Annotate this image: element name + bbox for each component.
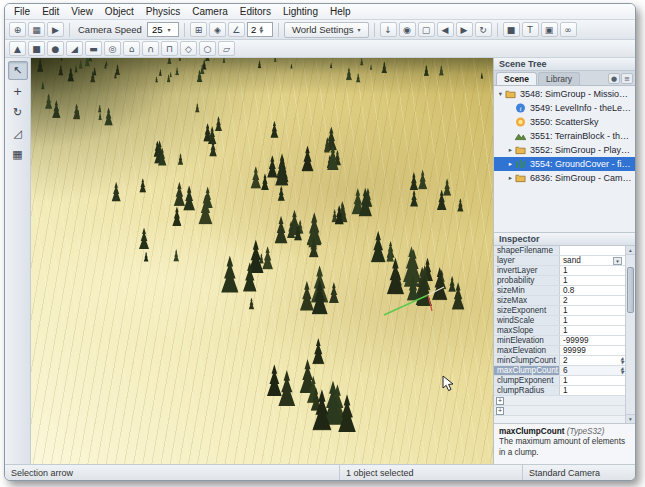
- inspector-row[interactable]: clumpExponent1: [494, 376, 625, 386]
- tree-item[interactable]: 3550: ScatterSky: [494, 115, 635, 129]
- inspector-row[interactable]: sizeExponent1: [494, 306, 625, 316]
- grid-snap-icon[interactable]: ⊞: [190, 22, 207, 37]
- property-value[interactable]: 99999: [560, 346, 625, 355]
- sphere-icon[interactable]: ●: [47, 41, 64, 56]
- scroll-up-icon[interactable]: ▴: [626, 246, 635, 255]
- tab-library[interactable]: Library: [538, 72, 580, 85]
- terrain-tool[interactable]: ▦: [8, 145, 28, 164]
- inspector-row[interactable]: maxElevation99999: [494, 346, 625, 356]
- tab-scene[interactable]: Scene: [496, 72, 537, 85]
- object-snap-icon[interactable]: ◈: [209, 22, 226, 37]
- scroll-track[interactable]: [626, 255, 635, 414]
- world-settings-button[interactable]: World Settings ▾: [284, 22, 369, 38]
- scene-tree-header[interactable]: Scene Tree: [494, 58, 635, 71]
- twisty-icon[interactable]: ▸: [506, 160, 515, 168]
- inspector-group-row[interactable]: +: [494, 396, 625, 406]
- inspector-row[interactable]: clumpRadius1: [494, 386, 625, 396]
- scale-tool[interactable]: ◿: [8, 124, 28, 143]
- prev-icon[interactable]: ◀: [437, 22, 454, 37]
- inspector-row[interactable]: minElevation-99999: [494, 336, 625, 346]
- cube-icon[interactable]: ■: [503, 22, 520, 37]
- inspector-row[interactable]: layersand▾: [494, 256, 625, 266]
- property-value[interactable]: 1: [560, 386, 625, 395]
- property-value[interactable]: -99999: [560, 336, 625, 345]
- menu-help[interactable]: Help: [324, 5, 357, 18]
- menu-object[interactable]: Object: [99, 5, 140, 18]
- tree-item[interactable]: ▸6836: SimGroup - CameraBook...: [494, 171, 635, 185]
- frame-selection-icon[interactable]: ▢: [418, 22, 435, 37]
- expand-icon[interactable]: +: [496, 407, 504, 415]
- world-editor-icon[interactable]: ⊕: [9, 22, 26, 37]
- twisty-icon[interactable]: ▾: [496, 90, 505, 98]
- text-tool-icon[interactable]: T: [522, 22, 539, 37]
- property-value[interactable]: 1: [560, 276, 625, 285]
- translate-gizmo[interactable]: [382, 285, 446, 321]
- inspector-header[interactable]: Inspector: [494, 233, 635, 246]
- property-value[interactable]: 1: [560, 376, 625, 385]
- plane-icon[interactable]: ▬: [85, 41, 102, 56]
- inspector-row[interactable]: shapeFilename: [494, 246, 625, 256]
- next-icon[interactable]: ▶: [456, 22, 473, 37]
- inspector-scrollbar[interactable]: ▴ ▾: [625, 246, 635, 423]
- layer-picker-button[interactable]: ▾: [613, 257, 622, 265]
- menu-file[interactable]: File: [8, 5, 36, 18]
- drop-location-icon[interactable]: ↓: [380, 22, 397, 37]
- refresh-icon[interactable]: ↻: [475, 22, 492, 37]
- property-value[interactable]: 1: [560, 316, 625, 325]
- menu-camera[interactable]: Camera: [186, 5, 234, 18]
- scroll-thumb[interactable]: [627, 267, 634, 313]
- link-icon[interactable]: ∞: [560, 22, 577, 37]
- twisty-icon[interactable]: ▸: [506, 146, 515, 154]
- menu-edit[interactable]: Edit: [36, 5, 65, 18]
- property-value[interactable]: 1: [560, 266, 625, 275]
- inspector-row[interactable]: sizeMax2: [494, 296, 625, 306]
- box-icon[interactable]: ■: [28, 41, 45, 56]
- inspector-row[interactable]: windScale1: [494, 316, 625, 326]
- wedge-icon[interactable]: ◢: [66, 41, 83, 56]
- expand-icon[interactable]: +: [496, 397, 504, 405]
- camera-icon[interactable]: ◉: [399, 22, 416, 37]
- tree-item[interactable]: ▸3554: GroundCover - field: [494, 157, 635, 171]
- diamond-icon[interactable]: ◇: [180, 41, 197, 56]
- inspector-row[interactable]: maxSlope1: [494, 326, 625, 336]
- property-value[interactable]: 1: [560, 326, 625, 335]
- inspector-row[interactable]: sizeMin0.8: [494, 286, 625, 296]
- tree-item[interactable]: i3549: LevelInfo - theLevelInfo: [494, 101, 635, 115]
- play-icon[interactable]: ▶: [47, 22, 64, 37]
- options-icon[interactable]: ≡: [621, 73, 633, 84]
- inspector-group-row[interactable]: +: [494, 406, 625, 416]
- property-value[interactable]: sand▾: [560, 256, 625, 265]
- tree-item[interactable]: ▸3552: SimGroup - PlayerDropP...: [494, 143, 635, 157]
- menu-physics[interactable]: Physics: [140, 5, 186, 18]
- property-value[interactable]: 2▲▼: [560, 356, 625, 365]
- poly-icon[interactable]: ▱: [218, 41, 235, 56]
- lock-icon[interactable]: ●: [608, 73, 620, 84]
- menu-editors[interactable]: Editors: [234, 5, 277, 18]
- stepper-icon[interactable]: ▲▼: [621, 357, 624, 364]
- inspector-row[interactable]: minClumpCount2▲▼: [494, 356, 625, 366]
- tree-item[interactable]: 3551: TerrainBlock - theTerrain: [494, 129, 635, 143]
- select-arrow-tool[interactable]: ↖: [8, 61, 28, 80]
- tree-item[interactable]: ▾3548: SimGroup - MissionGroup: [494, 87, 635, 101]
- property-value[interactable]: [560, 246, 625, 255]
- tube-icon[interactable]: ⊓: [161, 41, 178, 56]
- snap-size-spinner[interactable]: 2 ▲▼: [247, 22, 273, 37]
- house-icon[interactable]: ⌂: [123, 41, 140, 56]
- menu-lighting[interactable]: Lighting: [277, 5, 324, 18]
- twisty-icon[interactable]: ▸: [506, 174, 515, 182]
- torus-icon[interactable]: ◎: [104, 41, 121, 56]
- spinner-arrows-icon[interactable]: ▲▼: [259, 26, 262, 33]
- property-value[interactable]: 1: [560, 306, 625, 315]
- viewport-3d[interactable]: [31, 58, 493, 464]
- rotate-tool[interactable]: ↻: [8, 103, 28, 122]
- ring-icon[interactable]: ○: [199, 41, 216, 56]
- cone-icon[interactable]: ▲: [9, 41, 26, 56]
- arch-icon[interactable]: ∩: [142, 41, 159, 56]
- inspector-row[interactable]: probability1: [494, 276, 625, 286]
- move-tool[interactable]: +: [8, 82, 28, 101]
- stepper-icon[interactable]: ▲▼: [621, 367, 624, 374]
- property-value[interactable]: 2: [560, 296, 625, 305]
- camera-speed-select[interactable]: 25 ▾: [147, 22, 179, 37]
- angle-snap-icon[interactable]: ∠: [228, 22, 245, 37]
- property-value[interactable]: 0.8: [560, 286, 625, 295]
